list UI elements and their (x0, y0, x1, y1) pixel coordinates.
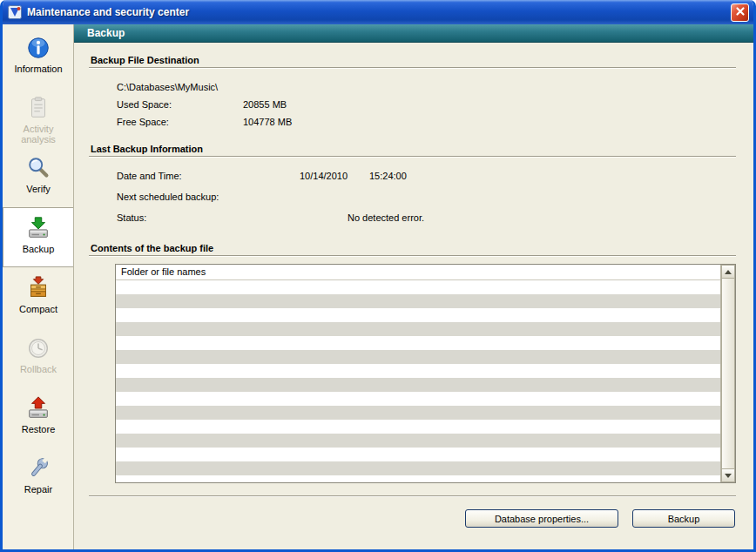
date-value: 10/14/2010 (300, 171, 348, 181)
status-value: No detected error. (348, 212, 424, 223)
sidebar: Information Activity analysis (3, 24, 74, 549)
repair-icon (25, 454, 51, 482)
list-main: Folder or file names (116, 265, 720, 482)
used-space-value: 20855 MB (243, 99, 287, 110)
database-properties-button[interactable]: Database properties... (465, 509, 618, 528)
backup-content: Backup File Destination C:\Databases\MyM… (74, 43, 753, 549)
next-backup-row: Next scheduled backup: (117, 189, 753, 210)
sidebar-item-rollback[interactable]: Rollback (3, 327, 73, 387)
scrollbar-thumb[interactable] (721, 279, 735, 468)
sidebar-item-label: Activity analysis (8, 124, 69, 145)
close-button[interactable] (731, 3, 749, 22)
backup-path-row: C:\Databases\MyMusic\ (117, 79, 753, 97)
separator (89, 255, 736, 257)
free-space-row: Free Space: 104778 MB (117, 114, 753, 131)
status-row: Status: No detected error. (117, 210, 753, 231)
titlebar[interactable]: Maintenance and security center (3, 0, 753, 24)
sidebar-item-label: Verify (26, 184, 51, 194)
main-panel: Backup Backup File Destination C:\Databa… (74, 24, 753, 549)
window-title: Maintenance and security center (27, 6, 731, 18)
sidebar-item-restore[interactable]: Restore (3, 387, 73, 448)
sidebar-item-label: Compact (19, 304, 57, 314)
sidebar-item-label: Repair (24, 484, 52, 495)
list-body[interactable] (116, 280, 720, 482)
footer-buttons: Database properties... Backup (74, 509, 735, 528)
sidebar-item-activity-analysis[interactable]: Activity analysis (3, 87, 73, 147)
arrow-up-icon (725, 270, 732, 274)
scroll-down-button[interactable] (721, 468, 735, 482)
close-icon (735, 6, 746, 18)
maintenance-security-window: Maintenance and security center (0, 0, 756, 552)
sidebar-item-verify[interactable]: Verify (3, 147, 73, 207)
backup-icon (25, 214, 51, 242)
free-space-label: Free Space: (117, 117, 169, 127)
activity-analysis-icon (25, 94, 51, 122)
section-title-last-backup: Last Backup Information (91, 144, 736, 154)
sidebar-item-label: Restore (22, 424, 56, 434)
information-icon (25, 34, 51, 62)
separator (89, 67, 736, 69)
scrollbar[interactable] (720, 265, 735, 482)
sidebar-item-label: Rollback (20, 364, 57, 374)
scroll-up-button[interactable] (721, 265, 735, 279)
status-label: Status: (117, 212, 146, 223)
page-title: Backup (87, 27, 125, 39)
used-space-row: Used Space: 20855 MB (117, 97, 753, 114)
separator (89, 156, 736, 158)
date-time-label: Date and Time: (117, 171, 182, 181)
app-icon (8, 5, 22, 19)
used-space-label: Used Space: (117, 99, 172, 110)
arrow-down-icon (725, 474, 732, 478)
rollback-icon (25, 334, 51, 362)
page-header: Backup (74, 24, 753, 43)
sidebar-item-compact[interactable]: Compact (3, 267, 73, 327)
window-body: Information Activity analysis (3, 24, 753, 549)
next-backup-label: Next scheduled backup: (117, 192, 219, 202)
backup-button[interactable]: Backup (632, 509, 735, 528)
backup-path: C:\Databases\MyMusic\ (117, 82, 218, 92)
restore-icon (25, 394, 51, 422)
free-space-value: 104778 MB (243, 117, 292, 127)
section-title-contents: Contents of the backup file (91, 243, 736, 253)
sidebar-item-label: Information (14, 64, 62, 74)
sidebar-item-repair[interactable]: Repair (3, 448, 73, 508)
time-value: 15:24:00 (369, 171, 407, 181)
section-title-destination: Backup File Destination (91, 55, 736, 65)
backup-contents-list[interactable]: Folder or file names (115, 264, 736, 483)
verify-icon (25, 154, 51, 182)
sidebar-item-information[interactable]: Information (3, 27, 73, 87)
compact-icon (25, 274, 51, 302)
separator (89, 495, 736, 497)
list-column-header: Folder or file names (116, 265, 720, 280)
sidebar-item-label: Backup (23, 244, 55, 254)
sidebar-item-backup[interactable]: Backup (3, 207, 73, 267)
date-time-row: Date and Time: 10/14/2010 15:24:00 (117, 168, 753, 189)
